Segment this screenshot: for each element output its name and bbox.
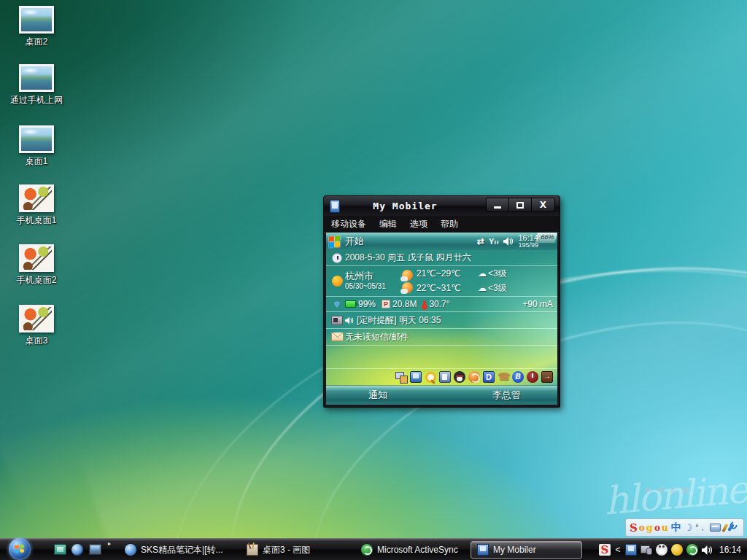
- browser-icon[interactable]: [468, 371, 480, 383]
- desktop-icon-desktop1[interactable]: 桌面1: [1, 125, 71, 168]
- dictionary-icon[interactable]: D: [483, 371, 495, 383]
- today-alarm-row[interactable]: [定时提醒] 明天 06:35: [326, 312, 557, 329]
- ime-mode-toggle[interactable]: 中: [671, 521, 681, 534]
- menu-mobile-device[interactable]: 移动设备: [331, 218, 366, 230]
- close-icon: X: [540, 200, 546, 210]
- mobiler-tray-icon[interactable]: [625, 544, 637, 556]
- globe-icon: [125, 544, 136, 556]
- weather-temp-line2: 22℃~31℃: [417, 281, 478, 295]
- taskbar-button-paint[interactable]: 桌面3 - 画图: [241, 541, 343, 559]
- maximize-button[interactable]: [509, 198, 532, 211]
- show-desktop-icon[interactable]: [54, 544, 66, 555]
- exit-icon[interactable]: [541, 371, 553, 383]
- task-label: SKS精品笔记本|[转...: [141, 544, 222, 556]
- device-icon[interactable]: [410, 371, 422, 383]
- minimize-button[interactable]: [487, 198, 509, 211]
- network-tray-icon[interactable]: [640, 544, 652, 556]
- power-icon[interactable]: [527, 371, 538, 383]
- close-button[interactable]: X: [532, 198, 554, 211]
- paint-icon: [247, 544, 258, 556]
- battery-percent: 99%: [358, 299, 376, 309]
- today-messaging-row[interactable]: 无未读短信/邮件: [326, 329, 557, 346]
- envelope-icon: [331, 332, 344, 341]
- activesync-icon: [361, 544, 373, 556]
- menu-options[interactable]: 选项: [410, 218, 427, 230]
- smiley-icon: [332, 276, 343, 287]
- signal-icon[interactable]: Y: [489, 237, 499, 246]
- internet-explorer-icon[interactable]: [71, 544, 83, 556]
- windows-flag-icon[interactable]: [329, 236, 341, 247]
- qq-icon[interactable]: [454, 371, 465, 383]
- watermark-caption: 休闲在线: [645, 486, 694, 496]
- watermark-logo: hlonline: [603, 466, 747, 524]
- coin-tray-icon[interactable]: [671, 544, 683, 556]
- ime-punct-toggle[interactable]: °，: [695, 522, 706, 533]
- ime-keyboard-icon[interactable]: [710, 524, 721, 532]
- paint-file-icon: [19, 184, 54, 212]
- today-weather-row[interactable]: 杭州市 05/30~05/31 21℃~29℃ 22℃~31℃ ☁<3级 ☁<3…: [326, 266, 557, 297]
- start-button[interactable]: 开始: [345, 235, 364, 248]
- taskbar-button-activesync[interactable]: Microsoft ActiveSync: [355, 541, 466, 559]
- desktop-icon-phone-desktop2[interactable]: 手机桌面2: [1, 244, 71, 287]
- start-orb[interactable]: [9, 538, 31, 560]
- weather-condition-icons: [398, 270, 417, 293]
- taskbar-clock[interactable]: 16:14: [719, 545, 741, 555]
- ime-logo-letter: u: [662, 523, 668, 533]
- toolbar-expand-arrow[interactable]: ▸: [108, 540, 111, 547]
- volume-tray-icon[interactable]: [702, 545, 713, 555]
- volume-icon[interactable]: [503, 237, 514, 246]
- taskbar-button-browser[interactable]: SKS精品笔记本|[转...: [119, 541, 234, 559]
- phone-handset-icon[interactable]: [498, 371, 509, 383]
- display-switch-icon[interactable]: [395, 371, 407, 383]
- ime-logo-letter: o: [654, 523, 660, 533]
- mobile-start-bar: 开始 ⇄ Y 16:14 195/99 66%: [326, 233, 557, 250]
- desktop-icon-label: 手机桌面1: [17, 214, 57, 227]
- softkey-manager[interactable]: 李总管: [492, 389, 521, 402]
- qq-tray-icon[interactable]: [656, 544, 667, 556]
- taskbar-button-my-mobiler[interactable]: My Mobiler: [471, 541, 582, 559]
- taskbar: ▸ SKS精品笔记本|[转... 桌面3 - 画图 Microsoft Acti…: [0, 538, 747, 560]
- memory-free: 20.8M: [392, 299, 417, 309]
- desktop-icon-desktop3[interactable]: 桌面3: [1, 305, 71, 347]
- activesync-tray-icon[interactable]: [686, 544, 698, 556]
- connectivity-icon[interactable]: ⇄: [477, 236, 484, 246]
- clock-icon: [332, 253, 342, 263]
- thermometer-icon: [423, 300, 426, 308]
- date-text: 2008-5-30 周五 戊子鼠 四月廿六: [345, 252, 471, 264]
- alarm-text: [定时提醒] 明天 06:35: [357, 314, 441, 327]
- softkey-notifications[interactable]: 通知: [368, 389, 387, 402]
- expand-triangle-icon[interactable]: ▼: [333, 300, 341, 308]
- photo-file-icon: [19, 6, 54, 34]
- weather-temp-line1: 21℃~29℃: [417, 267, 478, 281]
- sogou-ime-toolbar[interactable]: Sogou 中 ☽ °，: [625, 518, 744, 537]
- charge-current: +90 mA: [522, 299, 554, 309]
- paint-file-icon: [19, 305, 54, 332]
- minimize-icon: [494, 206, 501, 209]
- window-titlebar[interactable]: My Mobiler X: [324, 196, 560, 216]
- ime-skin-icon[interactable]: [721, 523, 728, 532]
- desktop-icon-label: 桌面3: [26, 335, 48, 347]
- menu-bar: 移动设备 编辑 选项 帮助: [324, 216, 560, 233]
- desktop-icon-mobile-internet[interactable]: 通过手机上网: [1, 64, 71, 106]
- file-explorer-icon[interactable]: [439, 371, 451, 383]
- bluetooth-icon[interactable]: B: [512, 371, 524, 383]
- desktop-icon-phone-desktop1[interactable]: 手机桌面1: [1, 184, 71, 227]
- today-status-row[interactable]: ▼ 99% P 20.8M 30.7° +90 mA: [326, 297, 557, 312]
- ime-logo-letter: S: [630, 521, 638, 534]
- menu-edit[interactable]: 编辑: [379, 218, 397, 230]
- mobile-softkey-bar: 通知 李总管: [326, 386, 557, 405]
- mobile-screen: 开始 ⇄ Y 16:14 195/99 66% 2008-5-30 周五 戊子鼠: [326, 233, 557, 405]
- desktop-icon-desktop2[interactable]: 桌面2: [1, 6, 71, 48]
- ime-fullhalf-icon[interactable]: ☽: [684, 522, 693, 533]
- weather-city: 杭州市: [345, 271, 398, 282]
- sogou-tray-icon[interactable]: S: [599, 544, 611, 556]
- cpu-temperature: 30.7°: [429, 299, 449, 309]
- search-icon[interactable]: [425, 371, 436, 383]
- weather-wind-line2: <3级: [488, 283, 507, 293]
- switch-windows-icon[interactable]: [89, 544, 101, 555]
- today-date-row[interactable]: 2008-5-30 周五 戊子鼠 四月廿六: [326, 250, 557, 266]
- today-empty-area: [326, 346, 557, 368]
- menu-help[interactable]: 帮助: [441, 218, 458, 230]
- paint-file-icon: [19, 244, 54, 272]
- tray-collapse-chevron[interactable]: <: [614, 544, 622, 556]
